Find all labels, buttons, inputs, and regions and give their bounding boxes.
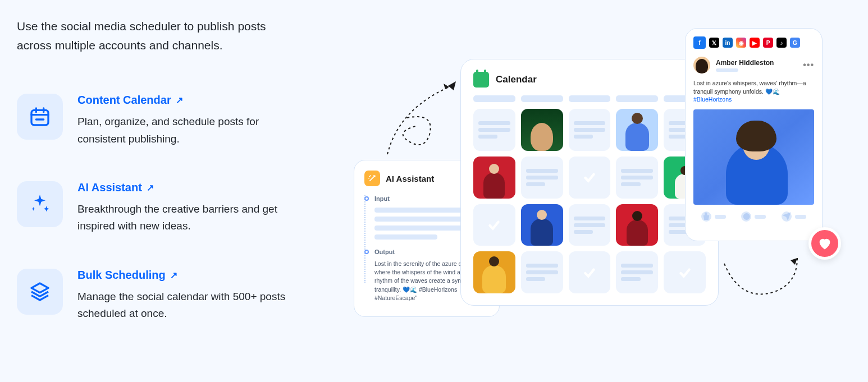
social-network-icons: f 𝕏 in ◉ ▶ P ♪ G	[693, 36, 814, 49]
calendar-cell-image	[521, 109, 563, 151]
svg-rect-0	[31, 111, 48, 126]
feature-title: Content Calendar ↗	[77, 94, 298, 107]
x-icon: 𝕏	[709, 38, 719, 48]
google-icon: G	[790, 38, 800, 48]
calendar-cell	[473, 109, 515, 151]
feature-bulk-scheduling[interactable]: Bulk Scheduling ↗ Manage the social cale…	[17, 269, 298, 323]
feature-ai-assistant[interactable]: AI Assistant ↗ Breakthrough the creative…	[17, 181, 298, 235]
svg-marker-5	[31, 283, 48, 293]
external-link-icon: ↗	[170, 270, 177, 280]
share-action[interactable]	[782, 211, 806, 222]
comment-action[interactable]	[741, 211, 766, 222]
calendar-cell-check	[473, 204, 515, 246]
feature-desc: Plan, organize, and schedule posts for c…	[77, 113, 298, 148]
decorative-loop-icon	[401, 112, 446, 163]
calendar-app-icon	[473, 72, 489, 88]
post-image	[693, 109, 814, 205]
feature-desc: Manage the social calendar with 500+ pos…	[77, 288, 298, 323]
calendar-cell	[616, 251, 658, 293]
calendar-grid	[473, 109, 706, 293]
feature-content-calendar[interactable]: Content Calendar ↗ Plan, organize, and s…	[17, 94, 298, 148]
wand-icon	[364, 171, 380, 186]
external-link-icon: ↗	[176, 95, 183, 105]
calendar-cell	[521, 157, 563, 199]
post-caption: Lost in azure's whispers, waves' rhythm—…	[693, 79, 814, 104]
calendar-cell	[616, 157, 658, 199]
decorative-arrow-icon	[719, 247, 808, 314]
pinterest-icon: P	[763, 38, 773, 48]
calendar-cell-image	[473, 251, 515, 293]
calendar-cell-check	[569, 157, 611, 199]
facebook-icon: f	[693, 36, 706, 49]
calendar-card: Calendar	[460, 59, 719, 306]
post-menu-button[interactable]: •••	[803, 60, 814, 70]
calendar-cell	[569, 109, 611, 151]
feature-desc: Breakthrough the creative barriers and g…	[77, 201, 298, 235]
heart-badge-icon	[808, 227, 841, 260]
ai-card-title: AI Assistant	[386, 174, 434, 183]
tiktok-icon: ♪	[776, 38, 787, 48]
instagram-icon: ◉	[736, 38, 746, 48]
calendar-cell-image	[521, 204, 563, 246]
post-username: Amber Hiddleston	[716, 59, 774, 67]
post-actions	[693, 211, 814, 222]
external-link-icon: ↗	[147, 182, 154, 193]
calendar-cell	[521, 251, 563, 293]
calendar-cell-check	[664, 251, 706, 293]
calendar-cell-image	[616, 109, 658, 151]
calendar-cell-check	[569, 251, 611, 293]
social-post-card: f 𝕏 in ◉ ▶ P ♪ G Amber Hiddleston ••• Lo…	[685, 28, 823, 241]
calendar-cell-image	[473, 157, 515, 199]
feature-title: Bulk Scheduling ↗	[77, 269, 298, 282]
youtube-icon: ▶	[750, 38, 760, 48]
calendar-cell	[569, 204, 611, 246]
linkedin-icon: in	[723, 38, 733, 48]
feature-title: AI Assistant ↗	[77, 181, 298, 194]
avatar	[693, 57, 710, 73]
like-action[interactable]	[701, 211, 726, 222]
calendar-title: Calendar	[496, 74, 537, 85]
sparkle-icon	[17, 181, 63, 227]
calendar-cell-image	[616, 204, 658, 246]
calendar-icon	[17, 94, 63, 140]
layers-icon	[17, 269, 63, 315]
intro-text: Use the social media scheduler to publis…	[17, 17, 298, 54]
